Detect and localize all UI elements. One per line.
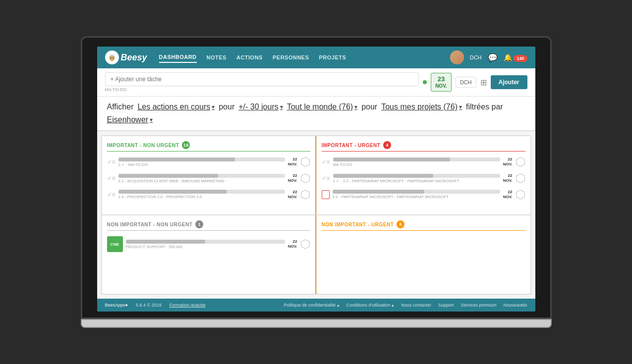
- grid-icon[interactable]: ⊞: [480, 78, 487, 87]
- filter-period-dropdown[interactable]: +/- 30 jours ▾: [238, 103, 283, 111]
- count-badge-bottom-left: 1: [195, 220, 203, 228]
- quadrant-non-important-urgent: NON IMPORTANT - URGENT 6: [316, 215, 531, 294]
- task-date: 22 NOV.: [503, 173, 513, 184]
- footer-link-premium[interactable]: Services premium: [460, 303, 496, 308]
- task-hex-icon: [516, 173, 525, 183]
- quadrant-title-bottom-left: NON IMPORTANT - NON URGENT 1: [107, 220, 310, 231]
- task-bar-inner: [333, 174, 433, 178]
- footer-links: Politique de confidentialité ▴ Condition…: [284, 303, 527, 308]
- nav-notes[interactable]: NOTES: [207, 52, 227, 62]
- task-date: 22 NOV.: [288, 190, 297, 200]
- quadrant-title-top-left: IMPORTANT - NON URGENT 16: [107, 141, 310, 152]
- eisenhower-grid: IMPORTANT - NON URGENT 16 ✓≡ 2 ✓ · MA TO…: [101, 135, 531, 295]
- task-row[interactable]: ✓≡ 1 ✓ · 2.2 - PARTENARIAT MICROSOFT - P…: [322, 172, 525, 185]
- task-sub: 2 ✓ · MA TO-DO: [118, 162, 285, 167]
- quadrant-non-important-non-urgent: NON IMPORTANT - NON URGENT 1 CME PRODUCT…: [102, 215, 316, 294]
- svg-marker-7: [301, 174, 309, 183]
- task-bar-wrapper: 2 ✓ · MA TO-DO: [118, 157, 285, 167]
- task-sub: PRODUCT SUPPORT · 550 MS: [126, 245, 285, 249]
- task-check-icon: ✓≡: [322, 175, 330, 182]
- nav-actions[interactable]: ACTIONS: [236, 52, 263, 62]
- avatar: [450, 51, 464, 64]
- nav-items: DASHBOARD NOTES ACTIONS PERSONNES PROJET…: [159, 52, 450, 63]
- footer-link-support[interactable]: Support: [438, 303, 454, 308]
- footer-link-contact[interactable]: Nous contacter: [401, 303, 431, 308]
- everyone-dropdown-arrow: ▾: [354, 104, 357, 110]
- status-dot: [423, 80, 427, 84]
- task-bar-wrapper: MA TO-DO: [333, 157, 500, 167]
- task-bar-wrapper: 1 ✓ · 2.2 - PARTENARIAT MICROSOFT - PART…: [333, 174, 500, 183]
- task-bar: [333, 190, 500, 194]
- task-date: 22 NOV.: [503, 157, 513, 167]
- task-row[interactable]: ✓≡ MA TO-DO 22 NOV.: [322, 156, 525, 169]
- task-doc-icon: [322, 190, 330, 199]
- add-task-bar: MA TO-DO 23 NOV. DCH ⊞ Ajouter: [97, 68, 535, 97]
- date-day: 23: [435, 75, 447, 83]
- filter-method-dropdown[interactable]: Eisenhower ▾: [107, 115, 153, 124]
- task-check-icon: ✓≡: [322, 158, 330, 165]
- task-bar-inner: [333, 190, 425, 194]
- task-row[interactable]: ✓≡ 2.4 - PROSPECTION 2.0 - PROSPECTION 2…: [107, 188, 310, 202]
- task-bar: [333, 157, 500, 161]
- task-check-icon: ✓≡: [107, 175, 115, 182]
- bee-icon: [108, 53, 116, 62]
- svg-marker-6: [301, 157, 309, 166]
- filter-projects-dropdown[interactable]: Tous mes projets (76) ▾: [381, 103, 462, 111]
- task-row[interactable]: ✓≡ 2 ✓ · MA TO-DO 22 NOV.: [107, 156, 310, 169]
- task-bar-inner: [118, 157, 235, 161]
- task-sub: 2.4 - PROSPECTION 2.0 - PROSPECTION 2.0: [118, 195, 285, 199]
- user-name[interactable]: DCH: [470, 54, 482, 60]
- filter-prefix: Afficher: [107, 103, 134, 111]
- laptop-screen: Beesy DASHBOARD NOTES ACTIONS PERSONNES …: [81, 36, 552, 319]
- task-sub: 2.2 - PARTENARIAT MICROSOFT - PARTENARIA…: [333, 195, 500, 199]
- navbar-brand: Beesy: [105, 51, 147, 64]
- task-row[interactable]: CME PRODUCT SUPPORT · 550 MS 22 NOV.: [107, 235, 310, 254]
- task-thumb-cme: CME: [107, 236, 123, 252]
- svg-marker-10: [516, 174, 524, 183]
- screen-inner: Beesy DASHBOARD NOTES ACTIONS PERSONNES …: [97, 47, 535, 312]
- to-do-label: MA TO-DO: [105, 87, 419, 92]
- add-task-input-wrapper: MA TO-DO: [105, 72, 419, 92]
- footer-link-new[interactable]: Nouveautés: [503, 303, 527, 308]
- svg-marker-8: [301, 190, 309, 199]
- footer-formation[interactable]: Formation gratuite: [170, 303, 206, 308]
- task-row[interactable]: ✓≡ 2.1 - ACQUISITION CLIENT WEB - INBOUN…: [107, 172, 310, 185]
- task-date: 22 NOV.: [503, 190, 513, 200]
- date-month: NOV.: [435, 83, 447, 89]
- bell-icon[interactable]: 🔔 140: [504, 53, 527, 61]
- action-dropdown-arrow: ▾: [212, 104, 215, 110]
- task-hex-icon: [300, 239, 310, 249]
- task-hex-icon: [516, 157, 525, 167]
- count-badge-top-right: 4: [383, 141, 391, 149]
- projects-dropdown-arrow: ▾: [459, 104, 462, 110]
- task-row[interactable]: 2.2 - PARTENARIAT MICROSOFT - PARTENARIA…: [322, 188, 525, 202]
- task-check-icon: ✓≡: [107, 191, 115, 198]
- notification-count: 140: [514, 55, 527, 62]
- main-content: IMPORTANT - NON URGENT 16 ✓≡ 2 ✓ · MA TO…: [97, 131, 535, 299]
- filter-for2: pour: [361, 103, 377, 111]
- add-button[interactable]: Ajouter: [491, 75, 527, 89]
- task-bar: [118, 157, 285, 161]
- footer-link-terms[interactable]: Conditions d'utilisation ▴: [346, 303, 395, 308]
- svg-marker-9: [516, 157, 524, 166]
- quadrant-important-urgent: IMPORTANT - URGENT 4 ✓≡ MA TO-DO: [316, 136, 531, 215]
- footer-link-privacy[interactable]: Politique de confidentialité ▴: [284, 303, 340, 308]
- task-sub: MA TO-DO: [333, 162, 500, 167]
- task-hex-icon: [516, 190, 525, 200]
- add-task-input[interactable]: [105, 72, 419, 86]
- count-badge-top-left: 16: [182, 141, 190, 149]
- chat-icon[interactable]: 💬: [488, 53, 498, 62]
- avatar-image: [450, 51, 464, 64]
- task-date-badge: 23 NOV.: [431, 73, 452, 92]
- nav-personnes[interactable]: PERSONNES: [273, 52, 309, 62]
- task-bar-wrapper: 2.1 - ACQUISITION CLIENT WEB - INBOUND M…: [118, 174, 285, 183]
- footer-brand: BeesApps●: [105, 303, 128, 308]
- laptop-base: [81, 319, 552, 328]
- nav-dashboard[interactable]: DASHBOARD: [159, 52, 197, 63]
- task-date: 22 NOV.: [288, 239, 297, 250]
- svg-marker-12: [301, 240, 309, 249]
- filter-action-dropdown[interactable]: Les actions en cours ▾: [137, 103, 215, 111]
- filter-everyone-dropdown[interactable]: Tout le monde (76) ▾: [287, 103, 357, 111]
- task-bar-inner: [126, 240, 206, 244]
- nav-projets[interactable]: PROJETS: [319, 52, 346, 62]
